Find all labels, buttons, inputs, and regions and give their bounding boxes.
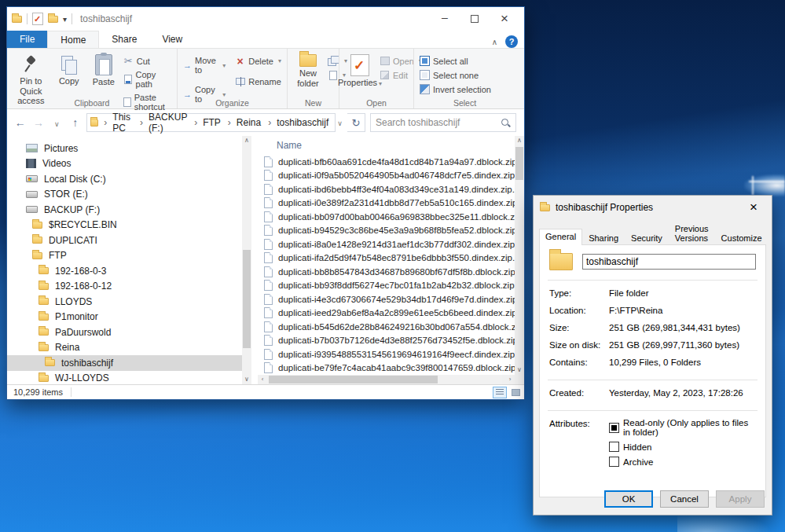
dialog-tab[interactable]: General (539, 229, 582, 245)
scroll-up-icon[interactable] (515, 136, 524, 145)
tab-file[interactable]: File (7, 31, 47, 48)
scroll-down-icon[interactable] (515, 365, 524, 375)
breadcrumb-item[interactable]: This PC (101, 110, 136, 135)
details-view-button[interactable] (493, 387, 507, 398)
sidebar-item[interactable]: FTP (7, 248, 242, 264)
file-row[interactable]: duplicati-ieed29ab6ef8a4a2c899e61ee5cb6b… (258, 306, 515, 321)
column-header-name[interactable]: Name (258, 136, 515, 155)
select-all-button[interactable]: Select all (417, 55, 493, 67)
tab-home[interactable]: Home (47, 31, 99, 48)
file-row[interactable]: duplicati-ibd6bebb4ff3e4f04a083d349ce31a… (258, 182, 515, 196)
customize-toolbar-icon[interactable] (63, 13, 67, 24)
sidebar-item[interactable]: Pictures (7, 141, 242, 156)
collapse-ribbon-icon[interactable] (492, 36, 497, 47)
sidebar-item[interactable]: LLOYDS (7, 294, 242, 310)
sidebar-item[interactable]: 192-168-0-12 (7, 279, 242, 295)
rename-button[interactable]: Rename (233, 75, 284, 87)
sidebar-item[interactable]: Reina (7, 340, 242, 356)
file-list-scrollbar[interactable] (515, 136, 524, 384)
file-row[interactable]: duplicati-i0e389f2a231d41dbb8d77eb5a510c… (258, 196, 515, 211)
properties-button[interactable]: Properties (343, 52, 377, 90)
horizontal-scrollbar[interactable] (258, 375, 515, 384)
up-button[interactable] (68, 116, 82, 129)
checkbox-icon[interactable] (609, 442, 619, 452)
scrollbar-thumb[interactable] (515, 147, 523, 180)
sidebar-item[interactable]: toshibaschijf (7, 355, 242, 371)
sidebar-item[interactable]: $RECYCLE.BIN (7, 218, 242, 233)
close-button[interactable] (490, 9, 519, 29)
file-row[interactable]: duplicati-b7b037b7126de4d3e88f2576d73452… (258, 334, 515, 348)
new-folder-icon[interactable] (48, 16, 58, 23)
breadcrumb-item[interactable]: BACKUP (F:) (138, 110, 190, 135)
forward-button[interactable] (31, 116, 45, 129)
select-none-button[interactable]: Select none (417, 69, 493, 81)
breadcrumb[interactable]: This PC BACKUP (F:) FTP Reina (86, 113, 336, 132)
file-row[interactable]: duplicati-bb93f8ddf56274ec7bc01fa1b2ab42… (258, 279, 515, 293)
scrollbar-thumb[interactable] (269, 376, 438, 383)
sidebar-item[interactable]: WJ-LLOYDS (7, 371, 242, 385)
ok-button[interactable]: OK (604, 490, 653, 508)
copy-button[interactable]: Copy (52, 52, 86, 89)
invert-selection-button[interactable]: Invert selection (417, 83, 493, 95)
apply-button[interactable]: Apply (716, 490, 765, 508)
file-row[interactable]: duplicati-be79fe7c4acab41aabc9c39f800147… (258, 361, 515, 376)
attribute-option[interactable]: Hidden (609, 442, 756, 452)
sidebar-item[interactable]: 192-168-0-3 (7, 263, 242, 279)
dialog-tab[interactable]: Sharing (582, 230, 625, 245)
breadcrumb-item[interactable]: toshibaschijf (266, 116, 332, 130)
file-row[interactable]: duplicati-i4e3cd67306674e529b34db17d46f9… (258, 292, 515, 306)
refresh-button[interactable] (347, 113, 365, 132)
sidebar-item[interactable]: PaDuurswold (7, 325, 242, 340)
scroll-up-icon[interactable] (242, 136, 251, 145)
paste-button[interactable]: Paste (86, 52, 121, 90)
tab-share[interactable]: Share (99, 31, 149, 48)
file-row[interactable]: duplicati-i93954885531545619694619164f9e… (258, 347, 515, 361)
delete-button[interactable]: Delete (233, 55, 284, 67)
sidebar-scrollbar[interactable] (242, 136, 251, 384)
attribute-option[interactable]: Read-only (Only applies to files in fold… (609, 418, 756, 437)
checkbox-icon[interactable] (609, 423, 619, 433)
breadcrumb-item[interactable]: FTP (192, 116, 224, 130)
file-row[interactable]: duplicati-bb097d00bab00466a969838bbec325… (258, 210, 515, 224)
move-to-button[interactable]: Move to (181, 55, 228, 75)
minimize-button[interactable] (430, 9, 460, 29)
sidebar-item[interactable]: Local Disk (C:) (7, 171, 242, 187)
new-folder-button[interactable]: New folder (291, 52, 325, 90)
dialog-close-button[interactable] (742, 198, 765, 217)
tab-view[interactable]: View (149, 31, 195, 48)
sidebar-item[interactable]: P1monitor (7, 310, 242, 325)
sidebar-item[interactable]: Videos (7, 156, 242, 172)
scrollbar-thumb[interactable] (243, 250, 251, 348)
scroll-right-icon[interactable] (505, 375, 515, 384)
file-row[interactable]: duplicati-bb8b8547843d34687b89680bf67df5… (258, 265, 515, 279)
help-icon[interactable]: ? (505, 35, 518, 48)
thumbnails-view-button[interactable] (508, 387, 523, 398)
attribute-option[interactable]: Archive (609, 457, 756, 467)
dialog-tab[interactable]: Previous Versions (669, 221, 715, 245)
file-row[interactable]: duplicati-ifa2d5d9f47b548ec8791be6dbbb3f… (258, 251, 515, 266)
folder-name-input[interactable] (582, 254, 756, 270)
sidebar-item[interactable]: STOR (E:) (7, 187, 242, 203)
properties-icon[interactable] (32, 13, 43, 25)
copy-path-button[interactable]: Copy path (121, 69, 174, 90)
recent-locations-icon[interactable] (50, 116, 64, 129)
search-input[interactable] (376, 117, 497, 128)
scroll-down-icon[interactable] (242, 375, 251, 384)
file-row[interactable]: duplicati-i0f9a5b0520464905b4ad046748dcf… (258, 169, 515, 183)
file-row[interactable]: duplicati-b94529c3c86be45e3a9a9b68f8b5fe… (258, 224, 515, 238)
dialog-tab[interactable]: Customize (715, 230, 768, 245)
file-row[interactable]: duplicati-bfb60aa691cde4fa48d1cd84b71a94… (258, 155, 515, 169)
file-row[interactable]: duplicati-i8a0e1428e9214d31aef1dc3b77ddf… (258, 237, 515, 251)
sidebar-item[interactable]: BACKUP (F:) (7, 202, 242, 218)
scroll-left-icon[interactable] (258, 375, 267, 384)
search-box[interactable] (370, 113, 516, 132)
sidebar-item[interactable]: DUPLICATI (7, 233, 242, 248)
address-dropdown-icon[interactable] (337, 117, 343, 128)
cut-button[interactable]: Cut (121, 55, 174, 67)
back-button[interactable] (13, 116, 27, 129)
maximize-button[interactable] (460, 9, 490, 29)
file-row[interactable]: duplicati-b545d62de28b846249216b30bd067a… (258, 320, 515, 334)
cancel-button[interactable]: Cancel (660, 490, 709, 508)
checkbox-icon[interactable] (609, 457, 619, 467)
breadcrumb-item[interactable]: Reina (226, 116, 264, 130)
